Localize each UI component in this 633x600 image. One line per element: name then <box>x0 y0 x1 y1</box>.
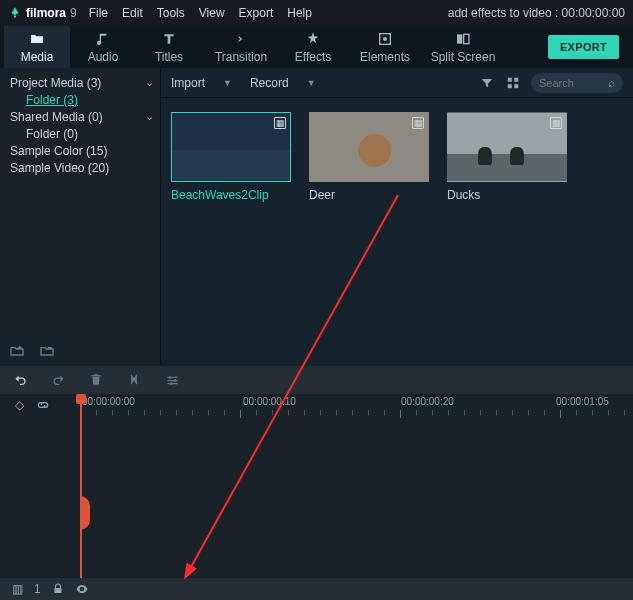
search-input[interactable] <box>539 77 599 89</box>
timeline-ruler: 00:00:00:00 00:00:00:10 00:00:00:20 00:0… <box>80 394 633 416</box>
search-box[interactable]: ⌕ <box>531 73 623 93</box>
project-timecode: 00:00:00:00 <box>562 6 625 20</box>
filmora-pin-icon <box>8 6 22 20</box>
clip-item[interactable]: ▦ Deer <box>309 112 429 202</box>
clip-name: Ducks <box>447 188 567 202</box>
app-name: filmora <box>26 6 66 20</box>
filter-icon[interactable] <box>479 75 495 91</box>
eye-icon[interactable] <box>75 582 89 596</box>
tree-shared-media[interactable]: Shared Media (0) ⌄ <box>0 108 160 125</box>
record-label: Record <box>250 76 289 90</box>
app-logo: filmora9 <box>8 6 77 20</box>
menu-export[interactable]: Export <box>239 6 274 20</box>
media-tree: Project Media (3) ⌄ Folder (3) Shared Me… <box>0 74 160 176</box>
tree-shared-folder[interactable]: Folder (0) <box>0 125 160 142</box>
svg-point-0 <box>14 15 16 17</box>
tab-audio-label: Audio <box>88 50 119 64</box>
timeline-bottom-bar: ▥ 1 <box>0 578 633 600</box>
tree-sample-color-label: Sample Color (15) <box>10 144 107 158</box>
timeline: ◇ 00:00:00:00 00:00:00:10 00:00:00:20 00… <box>0 394 633 600</box>
project-name: add effects to video : <box>448 6 562 20</box>
elements-icon <box>377 31 393 47</box>
timeline-action-strip <box>0 366 633 394</box>
tab-effects-label: Effects <box>295 50 331 64</box>
tab-split-screen[interactable]: Split Screen <box>424 26 502 68</box>
chevron-down-icon: ⌄ <box>144 76 154 89</box>
tree-shared-media-label: Shared Media (0) <box>10 110 103 124</box>
record-dropdown[interactable]: Record ▼ <box>250 76 316 90</box>
export-button[interactable]: EXPORT <box>548 35 619 59</box>
title-bar: filmora9 File Edit Tools View Export Hel… <box>0 0 633 26</box>
folder-icon <box>29 31 45 47</box>
clip-badge-icon: ▦ <box>550 117 562 129</box>
import-dropdown[interactable]: Import ▼ <box>171 76 232 90</box>
track-layers-icon[interactable]: ▥ <box>10 582 24 596</box>
ruler-label: 00:00:00:00 <box>82 396 135 407</box>
timeline-tracks[interactable] <box>0 422 633 578</box>
ruler-label: 00:00:01:05 <box>556 396 609 407</box>
tab-elements-label: Elements <box>360 50 410 64</box>
grid-view-icon[interactable] <box>505 75 521 91</box>
tab-elements[interactable]: Elements <box>346 26 424 68</box>
menu-help[interactable]: Help <box>287 6 312 20</box>
tab-effects[interactable]: Effects <box>280 26 346 68</box>
clip-item[interactable]: ▦ Ducks <box>447 112 567 202</box>
clip-thumbnail[interactable]: ▦ <box>171 112 291 182</box>
clip-handle[interactable] <box>80 496 90 530</box>
transition-icon <box>233 31 249 47</box>
lock-icon[interactable] <box>51 582 65 596</box>
clip-item[interactable]: ▦ BeachWaves2Clip <box>171 112 291 202</box>
timeline-ruler-area[interactable]: 00:00:00:00 00:00:00:10 00:00:00:20 00:0… <box>80 394 633 416</box>
music-note-icon <box>95 31 111 47</box>
tree-project-media-label: Project Media (3) <box>10 76 101 90</box>
link-icon[interactable] <box>36 398 50 412</box>
timeline-header-left: ◇ <box>0 394 80 416</box>
svg-rect-8 <box>514 84 518 88</box>
redo-icon[interactable] <box>50 372 66 388</box>
clip-thumbnail[interactable]: ▦ <box>309 112 429 182</box>
svg-rect-4 <box>464 34 469 43</box>
delete-icon[interactable] <box>88 372 104 388</box>
caret-down-icon: ▼ <box>307 78 316 88</box>
svg-point-10 <box>173 379 176 382</box>
undo-icon[interactable] <box>12 372 28 388</box>
menu-view[interactable]: View <box>199 6 225 20</box>
app-version: 9 <box>70 6 77 20</box>
svg-rect-6 <box>514 77 518 81</box>
clip-name: Deer <box>309 188 429 202</box>
tab-titles[interactable]: Titles <box>136 26 202 68</box>
tab-media-label: Media <box>21 50 54 64</box>
tree-project-folder-label: Folder (3) <box>26 93 78 107</box>
tree-sample-color[interactable]: Sample Color (15) <box>0 142 160 159</box>
tree-project-media[interactable]: Project Media (3) ⌄ <box>0 74 160 91</box>
remove-folder-icon[interactable] <box>38 342 56 360</box>
svg-rect-7 <box>508 84 512 88</box>
caret-down-icon: ▼ <box>223 78 232 88</box>
marker-icon[interactable]: ◇ <box>12 398 26 412</box>
chevron-down-icon: ⌄ <box>144 110 154 123</box>
import-label: Import <box>171 76 205 90</box>
tree-shared-folder-label: Folder (0) <box>26 127 78 141</box>
tree-sample-video[interactable]: Sample Video (20) <box>0 159 160 176</box>
menu-file[interactable]: File <box>89 6 108 20</box>
svg-rect-5 <box>508 77 512 81</box>
sidebar-actions <box>8 342 56 360</box>
tool-tabs: Media Audio Titles Transition Effects El… <box>0 26 633 68</box>
tab-media[interactable]: Media <box>4 26 70 68</box>
effects-icon <box>305 31 321 47</box>
tree-project-folder[interactable]: Folder (3) <box>0 91 160 108</box>
tab-transition[interactable]: Transition <box>202 26 280 68</box>
split-icon[interactable] <box>126 372 142 388</box>
split-screen-icon <box>455 31 471 47</box>
clip-thumbnail[interactable]: ▦ <box>447 112 567 182</box>
menu-bar: File Edit Tools View Export Help <box>89 6 312 20</box>
title-right: add effects to video : 00:00:00:00 <box>448 6 625 20</box>
menu-edit[interactable]: Edit <box>122 6 143 20</box>
tab-split-label: Split Screen <box>431 50 496 64</box>
adjust-icon[interactable] <box>164 372 180 388</box>
add-folder-icon[interactable] <box>8 342 26 360</box>
clip-badge-icon: ▦ <box>274 117 286 129</box>
tab-audio[interactable]: Audio <box>70 26 136 68</box>
menu-tools[interactable]: Tools <box>157 6 185 20</box>
media-panel-toolbar: Import ▼ Record ▼ ⌕ <box>161 68 633 98</box>
